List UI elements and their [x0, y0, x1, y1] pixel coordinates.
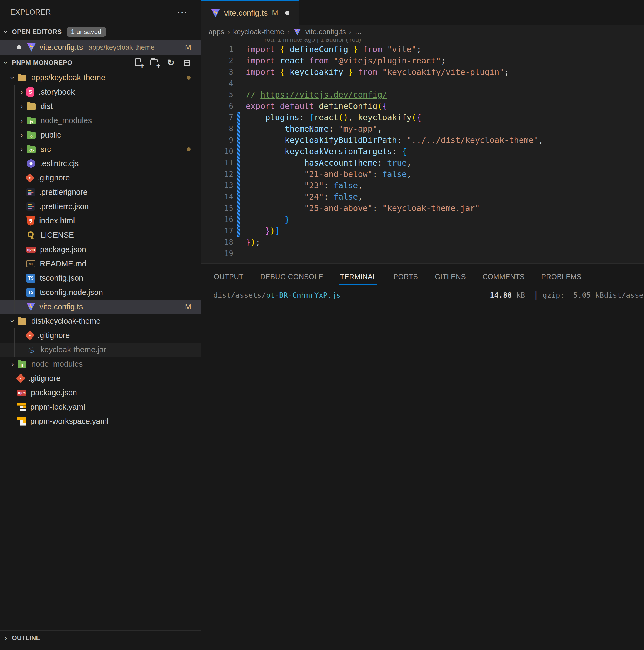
- tree-item-label: tsconfig.json: [40, 274, 83, 283]
- code-line[interactable]: 12 "21-and-below": false,: [201, 169, 644, 180]
- breadcrumb-separator: ›: [349, 28, 351, 36]
- tree-item-index-html[interactable]: 5index.html: [0, 214, 201, 228]
- tree-item-package-json[interactable]: npmpackage.json: [0, 386, 201, 400]
- code-line[interactable]: 7 plugins: [react(), keycloakify({: [201, 112, 644, 123]
- tree-item-src[interactable]: ›</>src: [0, 142, 201, 156]
- code-area[interactable]: 1import { defineConfig } from "vite";2im…: [201, 44, 644, 259]
- npm-icon: npm: [27, 247, 36, 253]
- tree-item-tsconfig-node-json[interactable]: TStsconfig.node.json: [0, 285, 201, 300]
- gutter-modified-indicator: [233, 169, 246, 180]
- code-line-text: }: [246, 214, 290, 225]
- more-actions-icon[interactable]: ⋯: [177, 0, 188, 24]
- folder-icon: [17, 73, 27, 83]
- code-line[interactable]: 3import { keycloakify } from "keycloakif…: [201, 67, 644, 78]
- code-line[interactable]: 14 "24": false,: [201, 191, 644, 203]
- line-number: 4: [201, 78, 233, 89]
- tree-item-readme-md[interactable]: M↓README.md: [0, 257, 201, 271]
- line-number: 6: [201, 101, 233, 112]
- panel-tab-problems[interactable]: PROBLEMS: [541, 270, 582, 285]
- tree-item--prettierrc-json[interactable]: .prettierrc.json: [0, 200, 201, 214]
- code-line[interactable]: 2import react from "@vitejs/plugin-react…: [201, 55, 644, 67]
- code-line[interactable]: 15 "25-and-above": "keycloak-theme.jar": [201, 203, 644, 214]
- tab-vite-config[interactable]: ϟ vite.config.ts M: [201, 0, 299, 25]
- breadcrumb-item-vite-config-ts[interactable]: ϟvite.config.ts: [293, 28, 346, 36]
- panel-tab-output[interactable]: OUTPUT: [213, 270, 244, 285]
- breadcrumb-separator: ›: [228, 28, 230, 36]
- code-line[interactable]: 5// https://vitejs.dev/config/: [201, 89, 644, 101]
- code-line[interactable]: 1import { defineConfig } from "vite";: [201, 44, 644, 55]
- eslint-icon: [27, 159, 36, 168]
- asset-path: dist/assets/: [213, 291, 266, 299]
- git-icon: •: [25, 173, 35, 183]
- tree-item--gitignore[interactable]: •.gitignore: [0, 371, 201, 386]
- tree-item-label: .gitignore: [28, 374, 61, 383]
- tree-item-public[interactable]: ›☺public: [0, 128, 201, 142]
- tree-item-label: dist: [40, 102, 53, 111]
- code-line[interactable]: 18});: [201, 237, 644, 248]
- breadcrumb-item-keycloak-theme[interactable]: keycloak-theme: [233, 28, 284, 36]
- tree-item-apps-keycloak-theme[interactable]: ›apps/keycloak-theme: [0, 71, 201, 85]
- tree-item-label: public: [40, 131, 61, 139]
- code-line[interactable]: 10 keycloakVersionTargets: {: [201, 146, 644, 157]
- code-line[interactable]: 11 hasAccountTheme: true,: [201, 157, 644, 169]
- breadcrumb-separator: ›: [287, 28, 290, 36]
- tree-item-pnpm-workspace-yaml[interactable]: pnpm-workspace.yaml: [0, 414, 201, 429]
- folder-src-icon: </>: [27, 145, 36, 154]
- code-line[interactable]: 13 "23": false,: [201, 180, 644, 191]
- tree-item-label: LICENSE: [40, 231, 74, 240]
- tree-item--storybook[interactable]: ›S.storybook: [0, 85, 201, 99]
- code-line[interactable]: 16 }: [201, 214, 644, 225]
- code-line[interactable]: 6export default defineConfig({: [201, 101, 644, 112]
- tree-item-vite-config-ts[interactable]: ϟvite.config.tsM: [0, 300, 201, 314]
- open-editors-header[interactable]: › OPEN EDITORS 1 unsaved: [0, 24, 201, 40]
- code-line-text: import { keycloakify } from "keycloakify…: [246, 67, 509, 78]
- code-line-text: keycloakVersionTargets: {: [246, 146, 407, 157]
- unsaved-dot-icon[interactable]: [285, 11, 290, 15]
- collapse-all-icon[interactable]: ⊟: [183, 58, 192, 67]
- code-line[interactable]: 9 keycloakifyBuildDirPath: "../../dist/k…: [201, 135, 644, 146]
- new-folder-icon[interactable]: +: [150, 58, 159, 67]
- tree-item-node-modules[interactable]: ›jsnode_modules: [0, 357, 201, 371]
- editor-pane: ϟ vite.config.ts M apps›keycloak-theme›ϟ…: [201, 0, 644, 263]
- project-section-header[interactable]: › PNPM-MONOREPO ++↻⊟: [0, 55, 201, 71]
- tree-item-dist[interactable]: ›dist: [0, 99, 201, 113]
- folder-icon: [17, 316, 27, 326]
- code-line-text: // https://vitejs.dev/config/: [246, 89, 387, 101]
- tree-item--eslintrc-cjs[interactable]: .eslintrc.cjs: [0, 156, 201, 171]
- tree-item-node-modules[interactable]: ›jsnode_modules: [0, 113, 201, 128]
- refresh-icon[interactable]: ↻: [166, 58, 176, 67]
- panel-tab-debug-console[interactable]: DEBUG CONSOLE: [260, 270, 324, 285]
- code-line[interactable]: 4: [201, 78, 644, 89]
- ts-icon: TS: [27, 288, 35, 297]
- code-line-text: import { defineConfig } from "vite";: [246, 44, 421, 55]
- gutter-modified-indicator: [233, 135, 246, 146]
- code-line[interactable]: 8 themeName: "my-app",: [201, 123, 644, 135]
- tree-item-tsconfig-json[interactable]: TStsconfig.json: [0, 271, 201, 285]
- breadcrumb-item-apps[interactable]: apps: [209, 28, 224, 36]
- panel-tab-gitlens[interactable]: GITLENS: [434, 270, 466, 285]
- outline-section-header[interactable]: › OUTLINE: [0, 630, 201, 646]
- panel-tab-comments[interactable]: COMMENTS: [482, 270, 525, 285]
- terminal-output[interactable]: dist/assets/pt-BR-CnhmrYxP.js 14.88 kB │…: [201, 291, 644, 300]
- panel-tab-terminal[interactable]: TERMINAL: [339, 270, 377, 285]
- tree-item--prettierignore[interactable]: .prettierignore: [0, 185, 201, 200]
- tree-item--gitignore[interactable]: •.gitignore: [0, 328, 201, 342]
- code-line-text: })]: [246, 225, 280, 237]
- code-line[interactable]: 17 })]: [201, 225, 644, 237]
- tree-item-license[interactable]: LICENSE: [0, 228, 201, 242]
- breadcrumb-item--[interactable]: …: [355, 28, 362, 36]
- code-line[interactable]: 19: [201, 248, 644, 259]
- tree-item-dist-keycloak-theme[interactable]: ›dist/keycloak-theme: [0, 314, 201, 328]
- panel-tab-ports[interactable]: PORTS: [393, 270, 419, 285]
- open-editor-item-vite-config[interactable]: ϟ vite.config.ts apps/keycloak-theme M: [0, 40, 201, 55]
- folder-public-icon: ☺: [27, 130, 36, 140]
- tree-item-pnpm-lock-yaml[interactable]: pnpm-lock.yaml: [0, 400, 201, 414]
- tree-item-label: .eslintrc.cjs: [40, 159, 79, 168]
- chevron-right-icon: ›: [17, 145, 27, 154]
- tree-item--gitignore[interactable]: •.gitignore: [0, 171, 201, 185]
- tree-item-keycloak-theme-jar[interactable]: ♨keycloak-theme.jar: [0, 342, 201, 357]
- tree-item-package-json[interactable]: npmpackage.json: [0, 242, 201, 257]
- new-file-icon[interactable]: +: [134, 58, 143, 67]
- git-modified-dot: [187, 147, 191, 151]
- line-number: 16: [201, 214, 233, 225]
